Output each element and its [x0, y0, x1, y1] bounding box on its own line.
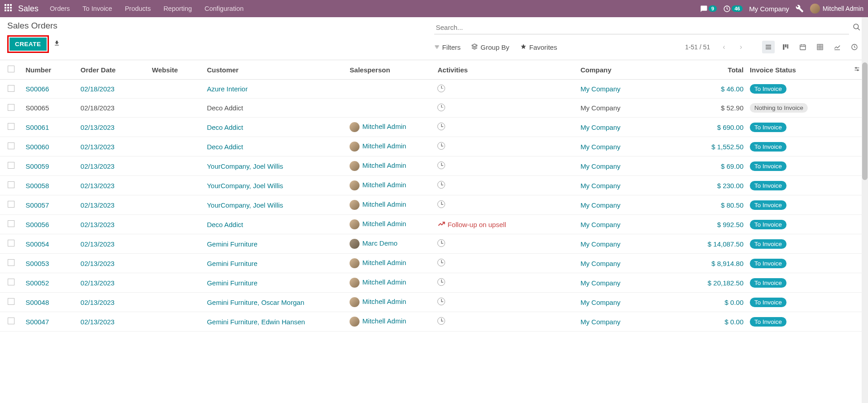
- row-checkbox[interactable]: [8, 162, 14, 169]
- company-name[interactable]: My Company: [580, 85, 620, 93]
- salesperson-name[interactable]: Mitchell Admin: [362, 161, 406, 169]
- columns-options-icon[interactable]: [854, 66, 860, 74]
- salesperson-name[interactable]: Mitchell Admin: [362, 317, 406, 325]
- order-number[interactable]: S00057: [26, 201, 49, 209]
- activity-clock-icon[interactable]: [437, 298, 445, 305]
- company-name[interactable]: My Company: [580, 123, 620, 131]
- nav-products[interactable]: Products: [125, 5, 151, 12]
- nav-reporting[interactable]: Reporting: [163, 5, 192, 12]
- download-icon[interactable]: [53, 40, 60, 48]
- salesperson-name[interactable]: Mitchell Admin: [362, 259, 406, 266]
- customer-name[interactable]: Gemini Furniture: [207, 279, 258, 287]
- customer-name[interactable]: Gemini Furniture: [207, 240, 258, 248]
- customer-name[interactable]: Gemini Furniture: [207, 260, 258, 267]
- customer-name[interactable]: YourCompany, Joel Willis: [207, 162, 283, 170]
- customer-name[interactable]: YourCompany, Joel Willis: [207, 182, 283, 190]
- table-row[interactable]: S0005902/13/2023YourCompany, Joel Willis…: [0, 156, 868, 176]
- table-row[interactable]: S0006002/13/2023Deco AddictMitchell Admi…: [0, 137, 868, 156]
- apps-icon[interactable]: [5, 4, 14, 13]
- pager-prev-icon[interactable]: ‹: [721, 43, 727, 51]
- order-number[interactable]: S00065: [26, 104, 49, 112]
- customer-name[interactable]: Gemini Furniture, Edwin Hansen: [207, 318, 305, 326]
- list-view-icon[interactable]: [762, 41, 775, 53]
- order-number[interactable]: S00066: [26, 85, 49, 93]
- salesperson-name[interactable]: Mitchell Admin: [362, 200, 406, 208]
- salesperson-name[interactable]: Mitchell Admin: [362, 278, 406, 286]
- salesperson-name[interactable]: Marc Demo: [362, 239, 398, 247]
- activity-view-icon[interactable]: [848, 41, 861, 53]
- row-checkbox[interactable]: [8, 142, 14, 149]
- order-number[interactable]: S00047: [26, 318, 49, 326]
- activity-clock-icon[interactable]: [437, 123, 445, 130]
- col-status[interactable]: Invoice Status: [747, 60, 846, 80]
- company-name[interactable]: My Company: [580, 221, 620, 228]
- row-checkbox[interactable]: [8, 220, 14, 227]
- activity-clock-icon[interactable]: [437, 278, 445, 286]
- row-checkbox[interactable]: [8, 259, 14, 266]
- row-checkbox[interactable]: [8, 240, 14, 247]
- nav-orders[interactable]: Orders: [50, 5, 70, 12]
- customer-name[interactable]: Deco Addict: [207, 104, 243, 112]
- nav-configuration[interactable]: Configuration: [205, 5, 244, 12]
- col-number[interactable]: Number: [22, 60, 77, 80]
- row-checkbox[interactable]: [8, 123, 14, 130]
- order-number[interactable]: S00058: [26, 182, 49, 190]
- customer-name[interactable]: Azure Interior: [207, 85, 248, 93]
- col-company[interactable]: Company: [577, 60, 676, 80]
- brand-title[interactable]: Sales: [18, 4, 38, 14]
- activity-clock-icon[interactable]: [437, 85, 445, 92]
- graph-view-icon[interactable]: [831, 41, 844, 53]
- company-name[interactable]: My Company: [580, 260, 620, 267]
- order-number[interactable]: S00059: [26, 162, 49, 170]
- pivot-view-icon[interactable]: [814, 41, 826, 53]
- row-checkbox[interactable]: [8, 298, 14, 305]
- row-checkbox[interactable]: [8, 181, 14, 188]
- groupby-button[interactable]: Group By: [471, 43, 509, 51]
- activity-clock-icon[interactable]: [437, 259, 445, 266]
- pager-next-icon[interactable]: ›: [738, 43, 744, 51]
- col-activities[interactable]: Activities: [434, 60, 576, 80]
- col-salesperson[interactable]: Salesperson: [346, 60, 434, 80]
- create-button[interactable]: CREATE: [10, 38, 47, 51]
- activity-followup[interactable]: Follow-up on upsell: [437, 220, 506, 229]
- order-number[interactable]: S00060: [26, 143, 49, 151]
- customer-name[interactable]: Deco Addict: [207, 221, 243, 228]
- activity-clock-icon[interactable]: [437, 161, 445, 169]
- calendar-view-icon[interactable]: [796, 41, 809, 53]
- activity-clock-icon[interactable]: [437, 181, 445, 189]
- row-checkbox[interactable]: [8, 201, 14, 208]
- table-row[interactable]: S0005702/13/2023YourCompany, Joel Willis…: [0, 195, 868, 215]
- order-number[interactable]: S00056: [26, 221, 49, 228]
- table-row[interactable]: S0005802/13/2023YourCompany, Joel Willis…: [0, 176, 868, 195]
- table-row[interactable]: S0006602/18/2023Azure InteriorMy Company…: [0, 80, 868, 99]
- salesperson-name[interactable]: Mitchell Admin: [362, 220, 406, 228]
- search-input[interactable]: [434, 21, 849, 34]
- table-row[interactable]: S0006502/18/2023Deco AddictMy Company$ 5…: [0, 99, 868, 118]
- table-row[interactable]: S0005602/13/2023Deco AddictMitchell Admi…: [0, 215, 868, 234]
- order-number[interactable]: S00061: [26, 123, 49, 131]
- order-number[interactable]: S00052: [26, 279, 49, 287]
- col-website[interactable]: Website: [149, 60, 203, 80]
- kanban-view-icon[interactable]: [779, 41, 792, 53]
- table-row[interactable]: S0005402/13/2023Gemini FurnitureMarc Dem…: [0, 234, 868, 254]
- table-row[interactable]: S0005302/13/2023Gemini FurnitureMitchell…: [0, 254, 868, 273]
- salesperson-name[interactable]: Mitchell Admin: [362, 298, 406, 305]
- scrollbar-thumb[interactable]: [862, 62, 868, 180]
- col-date[interactable]: Order Date: [77, 60, 149, 80]
- order-number[interactable]: S00054: [26, 240, 49, 248]
- table-row[interactable]: S0005202/13/2023Gemini FurnitureMitchell…: [0, 273, 868, 293]
- salesperson-name[interactable]: Mitchell Admin: [362, 181, 406, 189]
- favorites-button[interactable]: Favorites: [520, 43, 557, 51]
- discuss-button[interactable]: 9: [700, 5, 717, 13]
- table-row[interactable]: S0004702/13/2023Gemini Furniture, Edwin …: [0, 312, 868, 332]
- customer-name[interactable]: Deco Addict: [207, 123, 243, 131]
- activity-clock-icon[interactable]: [437, 104, 445, 111]
- debug-icon[interactable]: [796, 5, 804, 13]
- activity-clock-icon[interactable]: [437, 142, 445, 150]
- nav-to-invoice[interactable]: To Invoice: [82, 5, 112, 12]
- col-total[interactable]: Total: [676, 60, 747, 80]
- activities-button[interactable]: 46: [723, 5, 743, 13]
- search-icon[interactable]: [853, 23, 861, 33]
- company-name[interactable]: My Company: [580, 182, 620, 190]
- scrollbar[interactable]: [862, 17, 868, 332]
